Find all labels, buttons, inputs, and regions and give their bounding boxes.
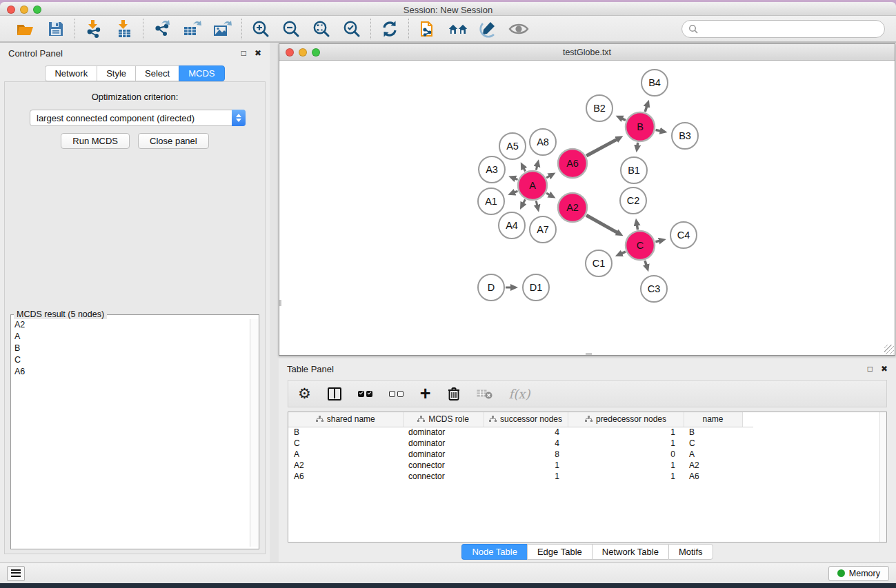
select-stepper-icon[interactable] [232, 110, 246, 126]
graph-edge-A-A7[interactable] [536, 201, 537, 206]
table-cell[interactable]: dominator [403, 438, 484, 449]
import-table-button[interactable] [114, 19, 135, 39]
add-column-button[interactable]: + [420, 386, 431, 401]
run-mcds-button[interactable]: Run MCDS [61, 133, 130, 149]
table-cell[interactable]: 1 [568, 427, 684, 438]
close-panel-icon[interactable]: ✖ [255, 48, 261, 58]
window-resize-grip[interactable] [884, 345, 894, 354]
export-table-button[interactable] [182, 19, 203, 39]
table-cell[interactable]: 4 [484, 427, 568, 438]
column-header-predecessor-nodes[interactable]: predecessor nodes [568, 412, 684, 427]
graph-edge-B-B2[interactable] [621, 119, 626, 121]
table-cell[interactable]: 1 [568, 471, 684, 482]
graph-edge-A-A5[interactable] [524, 168, 526, 171]
table-cell[interactable]: A6 [288, 471, 403, 482]
mcds-result-list[interactable]: A2ABCA6 [12, 319, 250, 547]
apply-function-button[interactable]: f(x) [509, 387, 530, 401]
table-row[interactable]: A2connector11A2 [288, 460, 753, 471]
table-cell[interactable]: C [288, 438, 403, 449]
table-scrollbar[interactable] [879, 412, 886, 542]
graph-edge-C-C2[interactable] [637, 225, 637, 230]
table-cell[interactable]: 1 [568, 438, 684, 449]
mcds-result-item[interactable]: C [12, 354, 250, 366]
float-panel-icon[interactable]: □ [241, 48, 246, 58]
search-field[interactable] [681, 20, 885, 38]
column-header-MCDS-role[interactable]: MCDS role [403, 412, 484, 427]
column-header-name[interactable]: name [684, 412, 742, 427]
graph-edge-A-A3[interactable] [515, 179, 518, 180]
home-button[interactable] [448, 19, 468, 39]
deselect-all-button[interactable] [389, 391, 404, 397]
table-row[interactable]: Bdominator41B [288, 427, 753, 438]
table-cell[interactable]: 0 [568, 449, 684, 460]
table-cell[interactable]: 1 [484, 471, 568, 482]
select-all-button[interactable] [358, 391, 372, 397]
table-cell[interactable]: 1 [568, 460, 684, 471]
column-header-shared-name[interactable]: shared name [288, 412, 403, 427]
table-cell[interactable]: A6 [684, 471, 742, 482]
column-header-successor-nodes[interactable]: successor nodes [484, 412, 568, 427]
mcds-result-item[interactable]: A [12, 331, 250, 343]
close-panel-button[interactable]: Close panel [138, 133, 209, 149]
memory-button[interactable]: Memory [828, 566, 889, 581]
table-cell[interactable]: dominator [403, 449, 484, 460]
graph-edge-A-A1[interactable] [514, 191, 518, 192]
table-row[interactable]: Adominator80A [288, 449, 753, 460]
close-panel-icon[interactable]: ✖ [881, 364, 888, 374]
table-cell[interactable]: A2 [288, 460, 403, 471]
table-cell[interactable]: A [684, 449, 742, 460]
show-columns-button[interactable] [328, 387, 341, 401]
network-window-titlebar[interactable]: testGlobe.txt [279, 44, 895, 61]
tab-style[interactable]: Style [97, 65, 135, 81]
refresh-layout-button[interactable] [379, 19, 400, 39]
graph-edge-A6-B[interactable] [586, 139, 617, 156]
table-cell[interactable]: B [684, 427, 742, 438]
graph-edge-A2-C[interactable] [586, 215, 618, 233]
mcds-result-item[interactable]: A2 [12, 319, 250, 331]
zoom-out-button[interactable] [281, 19, 301, 39]
show-hide-graphics-button[interactable] [508, 19, 529, 39]
tab-network[interactable]: Network [45, 65, 97, 81]
table-cell[interactable]: B [288, 427, 403, 438]
table-settings-button[interactable]: ⚙ [298, 387, 311, 401]
criterion-select[interactable]: largest connected component (directed) [30, 110, 246, 126]
task-history-button[interactable] [7, 566, 25, 581]
table-cell[interactable]: 1 [484, 460, 568, 471]
table-cell[interactable]: 8 [484, 449, 568, 460]
table-cell[interactable]: connector [403, 460, 484, 471]
graph-edge-C-C4[interactable] [655, 241, 660, 242]
table-row[interactable]: Cdominator41C [288, 438, 753, 449]
graph-edge-A-A8[interactable] [536, 165, 537, 170]
graph-edge-B-B1[interactable] [637, 143, 638, 147]
graph-edge-C-C1[interactable] [621, 252, 626, 254]
zoom-fit-button[interactable] [311, 19, 332, 39]
save-session-button[interactable] [46, 19, 66, 39]
float-panel-icon[interactable]: □ [868, 364, 873, 374]
table-cell[interactable]: C [684, 438, 742, 449]
network-from-file-button[interactable] [417, 19, 438, 39]
graph-edge-A-A6[interactable] [546, 176, 550, 178]
export-image-button[interactable] [212, 19, 233, 39]
graph-edge-A-A2[interactable] [546, 193, 550, 195]
tab-node-table[interactable]: Node Table [461, 544, 527, 560]
hide-annotations-button[interactable] [478, 19, 499, 39]
tab-motifs[interactable]: Motifs [668, 544, 713, 560]
zoom-in-button[interactable] [250, 19, 271, 39]
network-graph[interactable]: B4B2BB3A8A5A6B1A3AA1C2A2A4A7C4CC1C3DD1 [279, 61, 895, 355]
main-titlebar[interactable]: Session: New Session [0, 2, 896, 16]
mcds-result-item[interactable]: B [12, 343, 250, 354]
table-cell[interactable]: A [288, 449, 403, 460]
table-cell[interactable]: connector [403, 471, 484, 482]
tab-mcds[interactable]: MCDS [179, 65, 224, 81]
zoom-selected-button[interactable] [341, 19, 362, 39]
graph-edge-C-C3[interactable] [645, 261, 646, 266]
graph-edge-B-B3[interactable] [656, 130, 661, 132]
table-row[interactable]: A6connector11A6 [288, 471, 753, 482]
network-canvas[interactable]: B4B2BB3A8A5A6B1A3AA1C2A2A4A7C4CC1C3DD1 [279, 61, 895, 355]
graph-edge-A-A4[interactable] [523, 199, 525, 203]
tab-network-table[interactable]: Network Table [592, 544, 668, 560]
import-network-button[interactable] [83, 19, 104, 39]
table-cell[interactable]: A2 [684, 460, 742, 471]
export-network-button[interactable] [152, 19, 172, 39]
table-cell[interactable]: 4 [484, 438, 568, 449]
